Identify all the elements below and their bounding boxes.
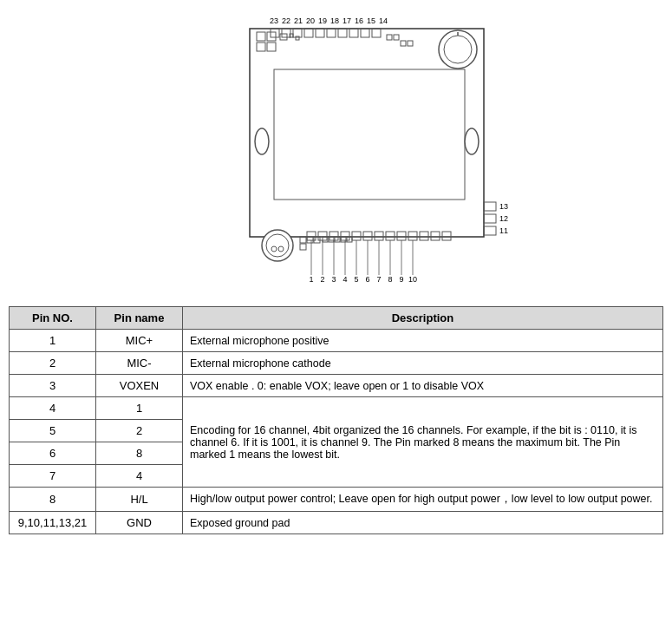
svg-text:9: 9 xyxy=(399,275,403,284)
svg-text:10: 10 xyxy=(408,275,416,284)
header-pin-name: Pin name xyxy=(96,307,183,330)
cell-description: High/low output power control; Leave ope… xyxy=(183,488,663,512)
header-pin-no: Pin NO. xyxy=(10,307,96,330)
svg-text:1: 1 xyxy=(309,275,313,284)
svg-rect-51 xyxy=(300,244,306,250)
svg-text:4: 4 xyxy=(343,275,347,284)
svg-text:14: 14 xyxy=(378,16,387,25)
svg-text:6: 6 xyxy=(365,275,369,284)
svg-rect-54 xyxy=(335,237,340,242)
cell-pin-no: 9,10,11,13,21 xyxy=(10,512,96,534)
svg-text:18: 18 xyxy=(329,16,338,25)
table-row: 3VOXENVOX enable . 0: enable VOX; leave … xyxy=(10,375,663,397)
cell-pin-name: 8 xyxy=(96,442,183,465)
pin-table: Pin NO. Pin name Description 1MIC+Extern… xyxy=(9,306,663,534)
cell-description: VOX enable . 0: enable VOX; leave open o… xyxy=(183,375,663,397)
cell-pin-no: 1 xyxy=(10,330,96,352)
table-row: 8H/LHigh/low output power control; Leave… xyxy=(10,488,663,512)
cell-pin-name: 2 xyxy=(96,420,183,442)
cell-pin-no: 4 xyxy=(10,397,96,420)
svg-text:23: 23 xyxy=(269,16,277,25)
svg-text:15: 15 xyxy=(366,16,375,25)
svg-point-37 xyxy=(465,128,479,154)
module-diagram: 23 22 21 20 19 18 17 16 15 14 xyxy=(146,13,527,291)
svg-text:17: 17 xyxy=(342,16,350,25)
cell-pin-no: 7 xyxy=(10,465,96,488)
svg-text:16: 16 xyxy=(354,16,362,25)
table-row: 9,10,11,13,21GNDExposed ground pad xyxy=(10,512,663,534)
svg-rect-42 xyxy=(484,226,496,235)
cell-pin-name: MIC- xyxy=(96,352,183,375)
svg-rect-38 xyxy=(484,202,496,211)
svg-text:13: 13 xyxy=(499,202,508,211)
svg-text:8: 8 xyxy=(388,275,392,284)
cell-pin-name: VOXEN xyxy=(96,375,183,397)
svg-rect-40 xyxy=(484,214,496,223)
diagram-container: 23 22 21 20 19 18 17 16 15 14 xyxy=(9,9,663,291)
cell-description: Exposed ground pad xyxy=(183,512,663,534)
cell-pin-no: 2 xyxy=(10,352,96,375)
svg-rect-48 xyxy=(300,237,306,243)
table-row: 1MIC+External microphone positive xyxy=(10,330,663,352)
cell-description: External microphone positive xyxy=(183,330,663,352)
cell-pin-no: 5 xyxy=(10,420,96,442)
table-row: 2MIC-External microphone cathode xyxy=(10,352,663,375)
svg-text:11: 11 xyxy=(499,226,508,235)
header-description: Description xyxy=(183,307,663,330)
svg-point-36 xyxy=(255,128,269,154)
svg-point-32 xyxy=(439,30,477,69)
cell-description: External microphone cathode xyxy=(183,352,663,375)
cell-pin-name: H/L xyxy=(96,488,183,512)
svg-text:12: 12 xyxy=(499,214,508,223)
cell-pin-no: 3 xyxy=(10,375,96,397)
table-row: 41Encoding for 16 channel, 4bit organize… xyxy=(10,397,663,420)
svg-text:20: 20 xyxy=(305,16,314,25)
cell-pin-no: 6 xyxy=(10,442,96,465)
cell-pin-name: 4 xyxy=(96,465,183,488)
svg-text:19: 19 xyxy=(317,16,326,25)
svg-text:22: 22 xyxy=(281,16,290,25)
cell-pin-name: 1 xyxy=(96,397,183,420)
svg-text:21: 21 xyxy=(293,16,302,25)
cell-pin-name: MIC+ xyxy=(96,330,183,352)
cell-pin-name: GND xyxy=(96,512,183,534)
svg-text:3: 3 xyxy=(331,275,336,284)
svg-text:2: 2 xyxy=(320,275,324,284)
svg-text:5: 5 xyxy=(354,275,358,284)
cell-pin-no: 8 xyxy=(10,488,96,512)
svg-text:7: 7 xyxy=(376,275,381,284)
svg-rect-35 xyxy=(274,69,465,200)
cell-description: Encoding for 16 channel, 4bit organized … xyxy=(183,397,663,488)
